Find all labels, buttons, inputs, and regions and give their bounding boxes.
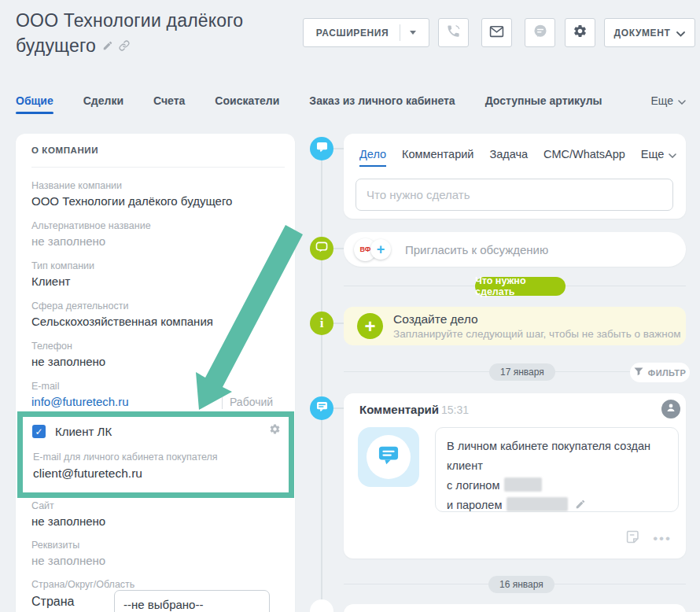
settings-button[interactable]: [565, 18, 595, 47]
document-button[interactable]: ДОКУМЕНТ: [604, 18, 695, 47]
chat-bubble-icon: [316, 142, 328, 156]
todo-input[interactable]: [356, 179, 673, 211]
section-divider: [31, 167, 285, 168]
comment-actions: •••: [625, 529, 672, 547]
page-title: ООО Технологии далёкого будущего: [16, 8, 287, 58]
composer-tab-more[interactable]: Еще: [641, 148, 677, 160]
section-title: О КОМПАНИИ: [31, 146, 98, 155]
composer-tab-more-label: Еще: [641, 148, 665, 160]
caret-down-icon[interactable]: [410, 31, 416, 35]
comment-line-1: В личном кабинете покупателя создан: [447, 440, 650, 452]
extensions-button[interactable]: РАСШИРЕНИЯ: [303, 18, 429, 47]
tab-invoices[interactable]: Счета: [153, 94, 185, 107]
composer-tab-sms-whatsapp[interactable]: СМС/WhatsApp: [543, 148, 625, 160]
field-value-phone[interactable]: не заполнено: [31, 355, 105, 368]
composer-tab-comment[interactable]: Комментарий: [402, 148, 473, 160]
document-label: ДОКУМЕНТ: [614, 28, 671, 39]
entity-tabs: Общие Сделки Счета Соискатели Заказ из л…: [16, 94, 686, 107]
field-value-requisites[interactable]: не заполнено: [31, 554, 105, 567]
comment-time: 15:31: [441, 404, 469, 416]
chat-button[interactable]: [525, 18, 555, 47]
composer-card: Дело Комментарий Задача СМС/WhatsApp Еще: [344, 134, 686, 219]
rail-connector: [333, 407, 344, 409]
composer-tabs: Дело Комментарий Задача СМС/WhatsApp Еще: [359, 148, 672, 160]
plus-glyph: +: [364, 315, 375, 337]
field-value-company-type[interactable]: Клиент: [31, 275, 70, 288]
field-value-site[interactable]: не заполнено: [31, 514, 105, 528]
country-label: Страна: [31, 595, 74, 609]
funnel-icon: [634, 367, 643, 378]
tab-general[interactable]: Общие: [16, 94, 53, 107]
gear-icon[interactable]: [269, 423, 281, 438]
tab-available-articles[interactable]: Доступные артикулы: [485, 94, 602, 107]
field-value-company-name[interactable]: ООО Технологии далёкого будущего: [31, 194, 232, 208]
field-label-company-name: Название компании: [31, 180, 122, 191]
person-icon: [665, 402, 676, 416]
redacted-password: [507, 497, 568, 511]
check-icon: ✓: [35, 426, 42, 437]
client-lk-highlight-box: ✓ Клиент ЛК E-mail для личного кабинета …: [17, 411, 294, 498]
timeline-marker-discussion: [310, 237, 333, 260]
timeline-marker-info: i: [310, 312, 333, 335]
add-participant-button[interactable]: +: [370, 239, 391, 260]
todo-badge: Что нужно сделать: [475, 277, 566, 296]
field-label-industry: Сфера деятельности: [31, 300, 128, 312]
rail-connector: [333, 323, 344, 324]
filter-label: ФИЛЬТР: [648, 368, 686, 378]
email-type-tag: Рабочий: [230, 396, 273, 408]
timeline-rail: [321, 160, 322, 612]
redacted-login: [504, 477, 542, 492]
edit-pencil-icon[interactable]: [575, 496, 586, 516]
filter-button[interactable]: ФИЛЬТР: [630, 363, 690, 382]
author-avatar[interactable]: [661, 400, 680, 418]
mail-icon: [489, 25, 504, 41]
chevron-down-icon: [678, 94, 686, 107]
comment-line-2: клиент: [447, 459, 483, 472]
client-lk-label: Клиент ЛК: [55, 425, 112, 438]
composer-tab-activity[interactable]: Дело: [359, 148, 386, 160]
tab-personal-cabinet-order[interactable]: Заказ из личного кабинета: [309, 94, 455, 107]
tab-deals[interactable]: Сделки: [83, 94, 123, 107]
field-label-region-group: Страна/Округ/Область: [31, 579, 134, 590]
field-value-industry[interactable]: Сельскохозяйственная компания: [31, 315, 213, 328]
field-label-alt-name: Альтернативное название: [31, 220, 151, 231]
info-icon: i: [320, 315, 324, 331]
plus-icon[interactable]: +: [357, 313, 383, 339]
comment-login-prefix: с логином: [447, 479, 499, 492]
lk-email-value[interactable]: client@futuretech.ru: [33, 466, 142, 481]
country-select-value: --не выбрано--: [123, 598, 203, 611]
rail-connector: [333, 248, 344, 249]
edit-pencil-icon[interactable]: [102, 40, 113, 51]
comment-avatar-tile: [358, 427, 419, 487]
comment-password-prefix: и паролем: [447, 499, 502, 511]
pin-note-icon[interactable]: [625, 529, 640, 547]
comment-type-label: Комментарий: [359, 403, 439, 416]
lk-email-label: E-mail для личного кабинета покупателя: [33, 452, 218, 463]
comment-card: Комментарий 15:31 В личном кабинете поку…: [344, 393, 686, 559]
plus-icon: +: [377, 241, 385, 258]
field-label-company-type: Тип компании: [31, 260, 94, 271]
create-todo-card[interactable]: + Создайте дело Запланируйте следующий ш…: [344, 307, 686, 345]
invite-discussion-bar[interactable]: ВФ + Пригласить к обсуждению: [344, 232, 686, 267]
email-tag-separator: [222, 393, 223, 409]
country-select[interactable]: --не выбрано--: [114, 590, 270, 612]
chat-icon: [532, 24, 548, 42]
client-lk-checkbox[interactable]: ✓: [32, 425, 46, 438]
comment-avatar-circle: [367, 435, 411, 479]
email-button[interactable]: [481, 18, 512, 47]
chat-bubble-icon: [378, 445, 400, 469]
timeline-marker-comment: [310, 396, 333, 420]
tab-more[interactable]: Еще: [651, 94, 687, 107]
field-label-requisites: Реквизиты: [31, 540, 79, 551]
copy-link-icon[interactable]: [119, 40, 130, 51]
comment-bubble-icon: [316, 401, 328, 415]
timeline-marker-next: [310, 599, 333, 612]
call-button[interactable]: [438, 18, 469, 47]
tab-applicants[interactable]: Соискатели: [215, 94, 279, 107]
field-label-email: E-mail: [31, 381, 59, 392]
field-value-email[interactable]: info@futuretech.ru: [31, 395, 129, 408]
company-detail-page: ООО Технологии далёкого будущего РАСШИРЕ…: [0, 0, 700, 612]
composer-tab-task[interactable]: Задача: [489, 148, 528, 160]
more-actions-icon[interactable]: •••: [653, 535, 672, 543]
field-value-alt-name[interactable]: не заполнено: [31, 234, 105, 248]
